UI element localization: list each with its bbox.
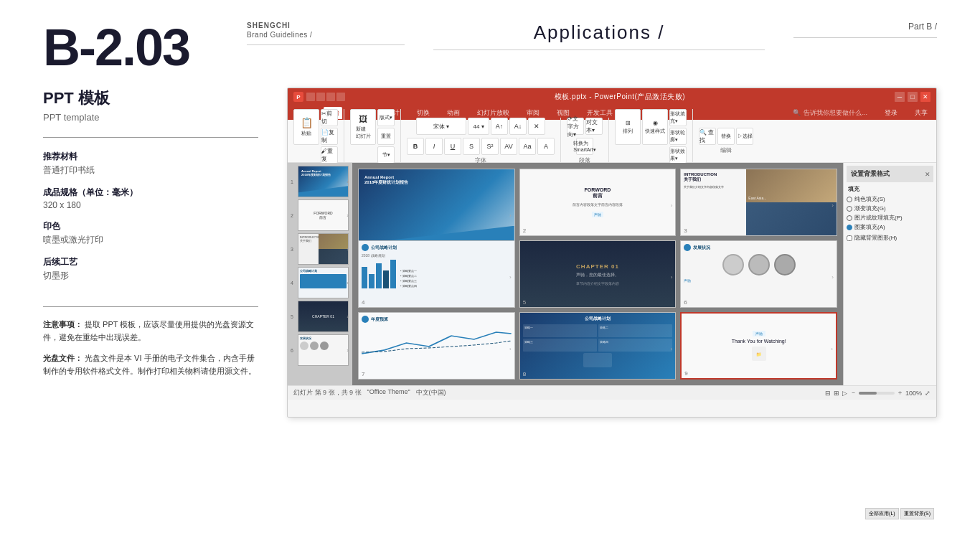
font-increase[interactable]: A↑ xyxy=(491,118,508,135)
draw-sub: 形状填充▾ 形状轮廓▾ 形状效果▾ xyxy=(669,109,687,164)
slide-num-1: 1 xyxy=(291,179,296,184)
arrange-button[interactable]: ⊞ 排列 xyxy=(615,109,641,145)
slide-main-8[interactable]: 公司战略计划 策略一 策略二 策略三 策略四 xyxy=(519,312,677,380)
view-normal[interactable]: ⊟ xyxy=(825,390,831,397)
slide-thumb-3[interactable]: 3 INTRODUCTION关于我们 › xyxy=(291,233,349,265)
slide-thumb-6[interactable]: 6 发展状况 › xyxy=(291,334,349,366)
header-center: Applications / xyxy=(433,22,765,50)
zoom-out-btn[interactable]: － xyxy=(850,388,857,397)
minimize-button[interactable]: ─ xyxy=(895,92,905,102)
spec-finish: 后续工艺 切墨形 xyxy=(43,256,258,282)
shape-fill[interactable]: 形状填充▾ xyxy=(669,109,687,126)
close-button[interactable]: ✕ xyxy=(920,92,930,102)
spec-label-finish: 后续工艺 xyxy=(43,256,258,268)
slide-thumb-1[interactable]: 1 Annual Report2018年度财统计划报告 › xyxy=(291,166,349,197)
slide-edit-area[interactable]: Annual Report2018年度财统计划报告 声驰 1 › FORWORD… xyxy=(352,163,843,385)
slide-main-7[interactable]: 年度预算 xyxy=(358,312,515,380)
view-reading[interactable]: ▷ xyxy=(842,390,847,397)
new-slide-button[interactable]: 🖼 新建幻灯片 xyxy=(350,109,376,145)
login-button[interactable]: 登录 xyxy=(882,107,900,119)
maximize-button[interactable]: □ xyxy=(908,92,918,102)
find-button[interactable]: 🔍 查找 xyxy=(699,128,716,145)
arrange-label: 排列 xyxy=(623,128,633,135)
share-button[interactable]: 共享 xyxy=(912,107,930,119)
save-icon[interactable] xyxy=(306,93,315,101)
slide-2-text: FORWORD前言 xyxy=(314,211,332,220)
shadow-button[interactable]: S² xyxy=(481,138,499,155)
slide-4-preview[interactable]: 公司战略计划 xyxy=(298,267,349,298)
radio-4 xyxy=(847,225,852,230)
reset-button[interactable]: 重置 xyxy=(377,128,395,145)
fill-option-2[interactable]: 渐变填充(G) xyxy=(847,204,933,212)
fill-option-4[interactable]: 图案填充(A) xyxy=(847,223,933,231)
slide-1-preview[interactable]: Annual Report2018年度财统计划报告 xyxy=(298,166,349,197)
slide-6-preview[interactable]: 发展状况 xyxy=(298,334,349,366)
slide-thumb-2[interactable]: 2 FORWORD前言 › xyxy=(291,199,349,231)
statusbar-left: 幻灯片 第 9 张，共 9 张 "Office Theme" 中文(中国) xyxy=(293,388,446,397)
tab-animation[interactable]: 动画 xyxy=(444,107,463,119)
strikethrough-button[interactable]: S xyxy=(463,138,480,155)
slide-main-6-bg: 发展状况 声驰 xyxy=(681,241,837,307)
slide-thumb-4[interactable]: 4 公司战略计划 › xyxy=(291,267,349,298)
zoom-fill xyxy=(859,392,877,395)
view-outline[interactable]: ⊞ xyxy=(834,390,839,397)
bold-button[interactable]: B xyxy=(407,138,424,155)
zoom-in-btn[interactable]: ＋ xyxy=(897,388,903,397)
text-direction[interactable]: ⟳文字方向▾ xyxy=(567,118,584,135)
slide-main-2[interactable]: FORWORD前言 前言内容段落文字前言内容段落 声驰 2 › xyxy=(519,169,677,236)
undo-icon[interactable] xyxy=(316,93,325,101)
italic-button[interactable]: I xyxy=(425,138,443,155)
font-color2[interactable]: A xyxy=(537,138,555,155)
zoom-slider[interactable] xyxy=(859,392,895,395)
fill-option-1[interactable]: 纯色填充(S) xyxy=(847,195,933,203)
shape-outline[interactable]: 形状轮廓▾ xyxy=(669,128,687,145)
fit-screen-btn[interactable]: ⤢ xyxy=(925,390,930,397)
font-size[interactable]: 44 ▾ xyxy=(468,118,489,135)
right-panel: 设置背景格式 ✕ 填充 纯色填充(S) 渐变填充(G) xyxy=(843,163,936,385)
slide-main-6[interactable]: 发展状况 声驰 xyxy=(680,240,837,308)
slide-main-3[interactable]: INTRODUCTION关于我们 关于我们介绍文字内容段落文字 East Asi… xyxy=(680,169,837,236)
quick-styles[interactable]: ◉ 快速样式 xyxy=(642,109,668,145)
tab-slideshow[interactable]: 幻灯片放映 xyxy=(474,107,512,119)
layout-button[interactable]: 版式▾ xyxy=(377,109,395,126)
slide-main-9-bg: 声驰 Thank You for Watching! 📁 xyxy=(682,314,836,378)
copy-button[interactable]: 📄复制 xyxy=(321,128,338,145)
slide-5-preview[interactable]: CHAPTER 01 xyxy=(298,301,349,332)
tab-developer[interactable]: 开发工具 xyxy=(584,107,616,119)
search-box[interactable]: 🔍 告诉我你想要做什么... xyxy=(790,107,870,119)
slide-main-9[interactable]: 声驰 Thank You for Watching! 📁 9 › xyxy=(680,312,837,380)
font-decrease[interactable]: A↓ xyxy=(509,118,527,135)
shape-effect[interactable]: 形状效果▾ xyxy=(669,146,687,164)
redo-icon[interactable] xyxy=(326,93,335,101)
paste-button[interactable]: 📋 粘贴 xyxy=(293,109,319,145)
cut-button[interactable]: ✂剪切 xyxy=(321,109,338,126)
replace-button[interactable]: 替换 xyxy=(717,128,735,145)
slide-main-4[interactable]: 公司战略计划 2018 战略规划 xyxy=(358,240,515,308)
spec-material: 推荐材料 普通打印书纸 xyxy=(43,151,258,176)
spacing-button[interactable]: AV xyxy=(500,138,517,155)
select-button[interactable]: ▷选择 xyxy=(736,128,753,145)
title-zh: PPT 模板 xyxy=(43,88,258,109)
spec-value-size: 320 x 180 xyxy=(43,200,258,210)
font-color[interactable]: Aa xyxy=(519,138,536,155)
slide-4-arrow: › xyxy=(347,280,349,286)
text-align[interactable]: 对文本▾ xyxy=(585,118,603,135)
tab-review[interactable]: 审阅 xyxy=(524,107,542,119)
slide-main-5[interactable]: CHAPTER 01 声驰，您的最佳选择。 章节内容介绍文字段落内容 5 › xyxy=(519,240,677,308)
right-panel-close[interactable]: ✕ xyxy=(925,171,930,178)
section-button[interactable]: 节▾ xyxy=(377,146,395,164)
clear-format[interactable]: ✕ xyxy=(528,118,545,135)
slide-thumb-5[interactable]: 5 CHAPTER 01 › xyxy=(291,301,349,332)
fill-option-3[interactable]: 图片或纹理填充(P) xyxy=(847,214,933,222)
paragraph-buttons: ⟳文字方向▾ 对文本▾ xyxy=(567,118,603,135)
fill-option-5[interactable]: 隐藏背景图形(H) xyxy=(847,234,933,242)
slide-3-preview[interactable]: INTRODUCTION关于我们 xyxy=(298,233,349,265)
convert-smartart[interactable]: 转换为SmartArt▾ xyxy=(576,138,593,155)
underline-button[interactable]: U xyxy=(444,138,461,155)
tab-transition[interactable]: 切换 xyxy=(414,107,433,119)
slide-2-preview[interactable]: FORWORD前言 xyxy=(298,199,349,231)
format-paint-button[interactable]: 🖌重复 xyxy=(321,146,338,164)
hide-bg-checkbox[interactable] xyxy=(847,235,852,241)
custom-icon[interactable] xyxy=(336,93,345,101)
font-family[interactable]: 宋体 ▾ xyxy=(416,118,466,135)
